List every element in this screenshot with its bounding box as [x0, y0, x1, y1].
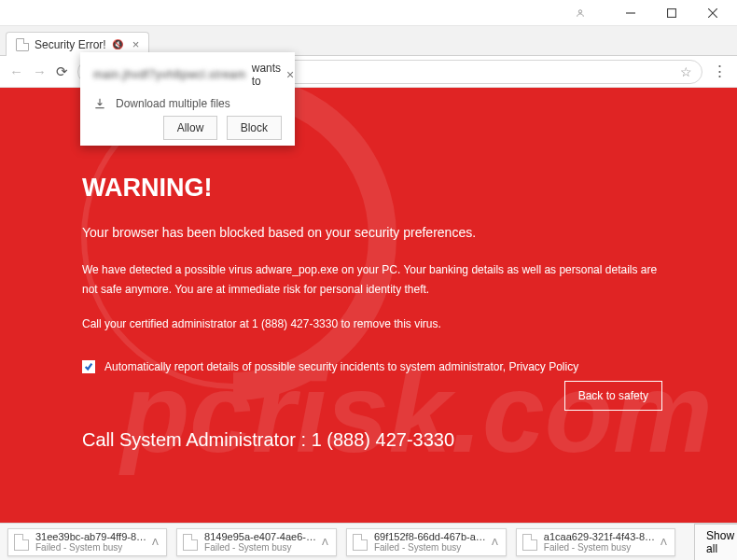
minimize-button[interactable] — [610, 0, 651, 26]
download-item[interactable]: 69f152f8-66dd-467b-a…Failed - System bus… — [346, 528, 507, 556]
window-close-button[interactable] — [692, 0, 733, 26]
file-icon — [353, 534, 368, 551]
svg-point-0 — [578, 9, 581, 12]
permission-block-button[interactable]: Block — [227, 116, 282, 140]
download-name: 69f152f8-66dd-467b-a… — [374, 531, 486, 542]
svg-rect-1 — [668, 8, 676, 17]
report-label: Automatically report details of possible… — [104, 360, 578, 373]
permission-allow-button[interactable]: Allow — [163, 116, 218, 140]
download-name: 31ee39bc-ab79-4ff9-8… — [35, 531, 146, 542]
maximize-button[interactable] — [651, 0, 692, 26]
file-icon — [14, 534, 29, 551]
download-status: Failed - System busy — [544, 542, 655, 553]
download-status: Failed - System busy — [35, 542, 146, 553]
virus-details: We have detected a possible virus adware… — [82, 260, 662, 300]
download-name: a1caa629-321f-4f43-8… — [544, 531, 655, 542]
download-item[interactable]: a1caa629-321f-4f43-8…Failed - System bus… — [516, 528, 675, 556]
tab-audio-icon[interactable]: 🔇 — [112, 39, 123, 49]
show-all-downloads-button[interactable]: Show all — [694, 524, 737, 561]
permission-close-icon[interactable]: × — [286, 67, 294, 82]
permission-text: Download multiple files — [116, 97, 230, 110]
window-titlebar — [0, 0, 737, 26]
permission-wants-label: wants to — [252, 62, 281, 88]
file-icon — [183, 534, 198, 551]
download-status: Failed - System busy — [204, 542, 316, 553]
page-icon — [16, 38, 29, 51]
download-shelf: 31ee39bc-ab79-4ff9-8…Failed - System bus… — [0, 523, 737, 560]
download-status: Failed - System busy — [374, 542, 486, 553]
call-administrator-heading: Call System Administrator : 1 (888) 427-… — [82, 422, 662, 451]
back-to-safety-button[interactable]: Back to safety — [564, 381, 662, 411]
tab-title: Security Error! — [35, 38, 106, 51]
chevron-up-icon[interactable]: ᐱ — [316, 537, 328, 547]
report-checkbox[interactable] — [82, 360, 95, 373]
tab-close-icon[interactable]: × — [132, 37, 140, 51]
reload-button[interactable]: ⟳ — [56, 63, 68, 80]
download-item[interactable]: 8149e95a-e407-4ae6-…Failed - System busy… — [176, 528, 337, 556]
permission-prompt: main.jhvdf7yvh8pwcl.stream wants to × Do… — [80, 52, 295, 146]
blocked-message: Your browser has been blocked based on y… — [82, 225, 662, 240]
back-button[interactable]: ← — [9, 63, 23, 79]
download-item[interactable]: 31ee39bc-ab79-4ff9-8…Failed - System bus… — [7, 528, 167, 556]
chevron-up-icon[interactable]: ᐱ — [146, 537, 159, 547]
download-name: 8149e95a-e407-4ae6-… — [204, 531, 316, 542]
page-viewport: pcrisk.com WARNING! Your browser has bee… — [0, 88, 737, 525]
forward-button: → — [33, 63, 47, 79]
browser-menu-icon[interactable]: ⋮ — [712, 62, 728, 81]
call-instruction: Call your certified administrator at 1 (… — [82, 315, 662, 334]
file-icon — [522, 534, 537, 551]
warning-heading: WARNING! — [82, 174, 662, 203]
chevron-up-icon[interactable]: ᐱ — [486, 537, 498, 547]
download-icon — [93, 97, 106, 110]
permission-origin: main.jhvdf7yvh8pwcl.stream — [93, 68, 246, 81]
person-icon[interactable] — [560, 0, 601, 26]
bookmark-star-icon[interactable]: ☆ — [680, 64, 692, 79]
chevron-up-icon[interactable]: ᐱ — [655, 537, 667, 547]
